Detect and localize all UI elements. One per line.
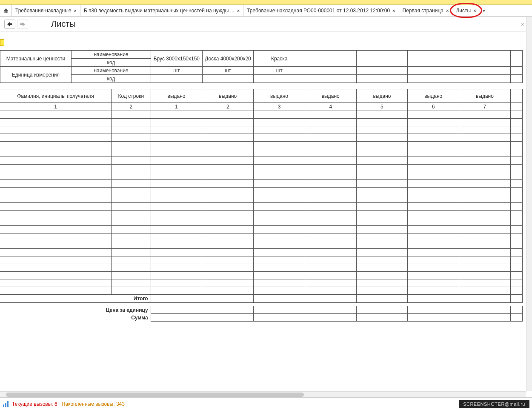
tab-label: Первая страница xyxy=(403,8,443,14)
tab-4[interactable]: Листы × xyxy=(452,5,480,16)
tabbar: Требования-накладные × Б п30 ведомость в… xyxy=(0,5,532,17)
tab-3[interactable]: Первая страница × xyxy=(399,5,453,16)
arrow-left-icon xyxy=(7,22,12,26)
back-button[interactable] xyxy=(4,20,15,29)
tab-label: Требования-накладные xyxy=(15,8,71,14)
tab-label: Б п30 ведомость выдачи материальных ценн… xyxy=(84,8,235,14)
navbar: Листы × xyxy=(0,17,532,32)
home-icon xyxy=(3,8,9,14)
close-icon[interactable]: × xyxy=(237,8,240,13)
close-icon[interactable]: × xyxy=(446,8,449,13)
forward-button[interactable] xyxy=(17,20,28,29)
tab-1[interactable]: Б п30 ведомость выдачи материальных ценн… xyxy=(80,5,243,16)
tab-2[interactable]: Требование-накладная РО00-000001 от 12.0… xyxy=(243,5,399,16)
vertical-scrollbar[interactable] xyxy=(526,17,532,32)
arrow-right-icon xyxy=(20,22,25,26)
tab-label: Листы xyxy=(456,8,471,14)
home-tab[interactable] xyxy=(0,5,12,16)
close-icon[interactable]: × xyxy=(473,8,476,13)
tab-0[interactable]: Требования-накладные × xyxy=(12,5,80,16)
tab-label: Требование-накладная РО00-000001 от 12.0… xyxy=(247,8,390,14)
tab-overflow-button[interactable]: ▾ xyxy=(480,5,488,16)
close-icon[interactable]: × xyxy=(392,8,395,13)
close-icon[interactable]: × xyxy=(74,8,76,13)
toolbar-top xyxy=(0,0,532,5)
page-title: Листы xyxy=(51,19,76,29)
